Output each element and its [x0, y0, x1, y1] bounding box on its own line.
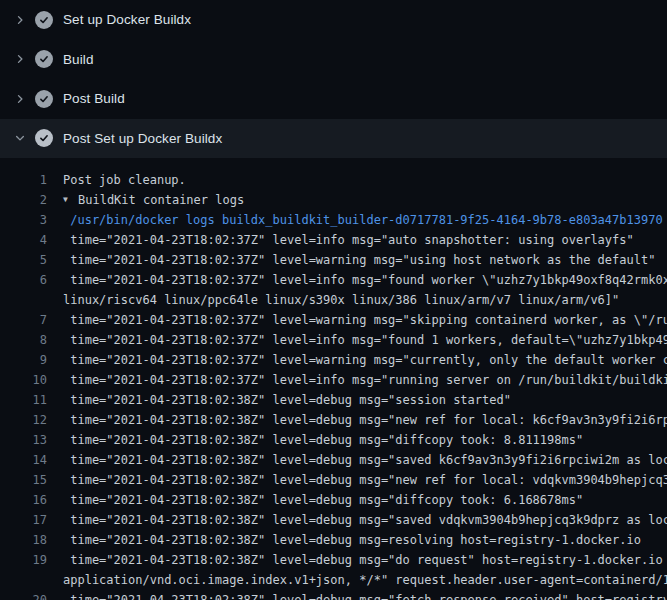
log-line: 4 ▼ time="2021-04-23T18:02:37Z" level=in… [0, 230, 667, 250]
chevron-right-icon [12, 51, 28, 67]
log-line-number[interactable]: 4 [0, 230, 47, 250]
step-header-post-build[interactable]: Post Build [0, 79, 667, 119]
log-line: ▼ linux/riscv64 linux/ppc64le linux/s390… [0, 290, 667, 310]
log-line: 18 ▼ time="2021-04-23T18:02:38Z" level=d… [0, 530, 667, 550]
log-line-text: time="2021-04-23T18:02:37Z" level=warnin… [47, 310, 667, 330]
check-circle-icon [35, 90, 53, 108]
log-line-text: time="2021-04-23T18:02:38Z" level=debug … [47, 390, 511, 410]
log-line-text: time="2021-04-23T18:02:37Z" level=warnin… [47, 250, 655, 270]
log-line-text: time="2021-04-23T18:02:37Z" level=info m… [47, 270, 667, 290]
log-line-number[interactable]: 5 [0, 250, 47, 270]
step-header-set-up-docker-buildx[interactable]: Set up Docker Buildx [0, 0, 667, 40]
log-line-number[interactable]: 10 [0, 370, 47, 390]
log-line-number[interactable] [0, 290, 47, 310]
log-line-text: application/vnd.oci.image.index.v1+json,… [47, 570, 667, 590]
log-line-text: time="2021-04-23T18:02:38Z" level=debug … [47, 530, 641, 550]
log-line-number[interactable]: 2 [0, 190, 47, 210]
log-line-text: BuildKit container logs [74, 190, 244, 210]
log-line: 14 ▼ time="2021-04-23T18:02:38Z" level=d… [0, 450, 667, 470]
log-line-number[interactable]: 8 [0, 330, 47, 350]
log-line-text: time="2021-04-23T18:02:38Z" level=debug … [47, 550, 667, 570]
log-line-text: time="2021-04-23T18:02:38Z" level=debug … [47, 450, 667, 470]
log-line-text: time="2021-04-23T18:02:37Z" level=info m… [47, 330, 667, 350]
log-line: 13 ▼ time="2021-04-23T18:02:38Z" level=d… [0, 430, 667, 450]
log-line-number[interactable]: 20 [0, 590, 47, 600]
log-line-number[interactable]: 11 [0, 390, 47, 410]
log-line-number[interactable]: 18 [0, 530, 47, 550]
log-line-text: linux/riscv64 linux/ppc64le linux/s390x … [47, 290, 619, 310]
chevron-right-icon [12, 91, 28, 107]
log-line: 16 ▼ time="2021-04-23T18:02:38Z" level=d… [0, 490, 667, 510]
check-circle-icon [35, 50, 53, 68]
log-line: 8 ▼ time="2021-04-23T18:02:37Z" level=in… [0, 330, 667, 350]
log-line: 9 ▼ time="2021-04-23T18:02:37Z" level=wa… [0, 350, 667, 370]
log-line: 12 ▼ time="2021-04-23T18:02:38Z" level=d… [0, 410, 667, 430]
log-line-text: time="2021-04-23T18:02:38Z" level=debug … [47, 510, 667, 530]
log-line-number[interactable]: 17 [0, 510, 47, 530]
workflow-steps-list: Set up Docker Buildx Build Post Build Po… [0, 0, 667, 158]
log-line: 6 ▼ time="2021-04-23T18:02:37Z" level=in… [0, 270, 667, 290]
log-line-text: time="2021-04-23T18:02:37Z" level=info m… [47, 230, 634, 250]
log-line-number[interactable]: 19 [0, 550, 47, 570]
step-label: Post Set up Docker Buildx [63, 131, 222, 146]
log-line-text: time="2021-04-23T18:02:37Z" level=info m… [47, 370, 667, 390]
log-line: 10 ▼ time="2021-04-23T18:02:37Z" level=i… [0, 370, 667, 390]
check-circle-icon [35, 11, 53, 29]
log-line-text: time="2021-04-23T18:02:38Z" level=debug … [47, 470, 667, 490]
log-line-number[interactable]: 6 [0, 270, 47, 290]
group-toggle-icon[interactable]: ▼ [63, 190, 74, 210]
log-line: 5 ▼ time="2021-04-23T18:02:37Z" level=wa… [0, 250, 667, 270]
log-line-text: time="2021-04-23T18:02:38Z" level=debug … [47, 430, 583, 450]
step-label: Build [63, 52, 94, 67]
step-header-build[interactable]: Build [0, 40, 667, 80]
log-line: 20 ▼ time="2021-04-23T18:02:38Z" level=d… [0, 590, 667, 600]
log-line: 17 ▼ time="2021-04-23T18:02:38Z" level=d… [0, 510, 667, 530]
log-line-number[interactable]: 13 [0, 430, 47, 450]
log-line: 3 ▼ /usr/bin/docker logs buildx_buildkit… [0, 210, 667, 230]
log-line-number[interactable] [0, 570, 47, 590]
log-line-number[interactable]: 7 [0, 310, 47, 330]
log-line: 7 ▼ time="2021-04-23T18:02:37Z" level=wa… [0, 310, 667, 330]
log-viewer: 1 ▼ Post job cleanup. 2 ▼ BuildKit conta… [0, 158, 667, 600]
log-line-number[interactable]: 15 [0, 470, 47, 490]
chevron-right-icon [12, 12, 28, 28]
log-line: 19 ▼ time="2021-04-23T18:02:38Z" level=d… [0, 550, 667, 570]
log-line-number[interactable]: 14 [0, 450, 47, 470]
step-header-post-set-up-docker-buildx[interactable]: Post Set up Docker Buildx [0, 119, 667, 159]
log-line-text: Post job cleanup. [47, 170, 186, 190]
log-line: 1 ▼ Post job cleanup. [0, 170, 667, 190]
log-line: 11 ▼ time="2021-04-23T18:02:38Z" level=d… [0, 390, 667, 410]
log-line-number[interactable]: 9 [0, 350, 47, 370]
step-label: Set up Docker Buildx [63, 12, 191, 27]
log-line-text: /usr/bin/docker logs buildx_buildkit_bui… [47, 210, 663, 230]
log-line-text: time="2021-04-23T18:02:38Z" level=debug … [47, 590, 667, 600]
chevron-down-icon [12, 130, 28, 146]
log-line-text: time="2021-04-23T18:02:38Z" level=debug … [47, 410, 667, 430]
log-line-text: time="2021-04-23T18:02:37Z" level=warnin… [47, 350, 667, 370]
step-label: Post Build [63, 91, 125, 106]
log-line-number[interactable]: 16 [0, 490, 47, 510]
log-line: 15 ▼ time="2021-04-23T18:02:38Z" level=d… [0, 470, 667, 490]
log-line: ▼ application/vnd.oci.image.index.v1+jso… [0, 570, 667, 590]
check-circle-icon [35, 129, 53, 147]
log-line-number[interactable]: 1 [0, 170, 47, 190]
log-line: 2 ▼ BuildKit container logs [0, 190, 667, 210]
log-line-text: time="2021-04-23T18:02:38Z" level=debug … [47, 490, 583, 510]
log-line-number[interactable]: 12 [0, 410, 47, 430]
log-line-number[interactable]: 3 [0, 210, 47, 230]
